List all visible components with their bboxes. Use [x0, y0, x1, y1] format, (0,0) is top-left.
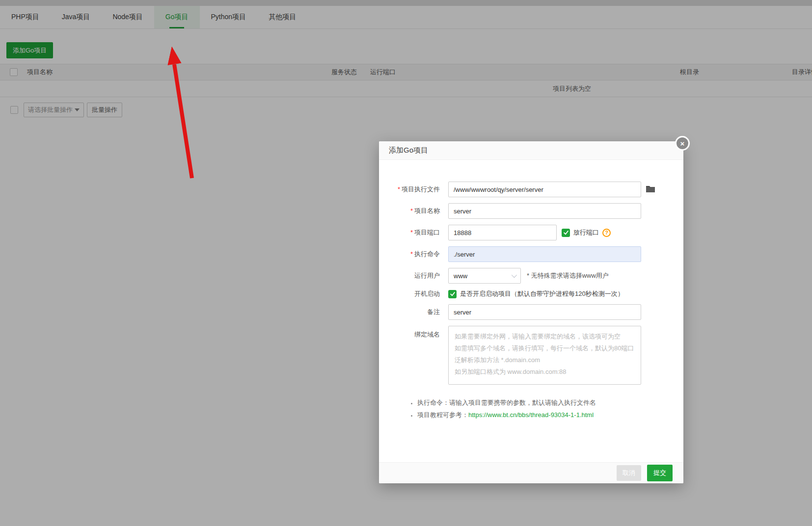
form-row-command: *执行命令 [379, 246, 683, 262]
bind-domain-label: 绑定域名 [414, 331, 440, 338]
dialog-notes: 执行命令：请输入项目需要携带的参数，默认请输入执行文件名 项目教程可参考：htt… [379, 398, 683, 420]
command-label: 执行命令 [414, 250, 440, 258]
form-row-name: *项目名称 [379, 203, 683, 219]
run-user-hint: * 无特殊需求请选择www用户 [527, 271, 609, 280]
add-go-project-dialog: × 添加Go项目 *项目执行文件 *项目名称 *项目端口 [379, 141, 683, 483]
submit-button[interactable]: 提交 [647, 465, 673, 481]
port-label: 项目端口 [414, 229, 440, 236]
required-mark: * [410, 207, 413, 214]
tutorial-link[interactable]: https://www.bt.cn/bbs/thread-93034-1-1.h… [468, 411, 594, 419]
form-row-domain: 绑定域名 [379, 326, 683, 385]
required-mark: * [398, 185, 400, 193]
form-row-exec-file: *项目执行文件 [379, 182, 683, 197]
autostart-label: 开机启动 [414, 290, 440, 297]
form-row-autostart: 开机启动 是否开启启动项目（默认自带守护进程每120秒检测一次） [379, 289, 683, 298]
help-icon[interactable]: ? [602, 229, 611, 237]
form-row-run-user: 运行用户 www * 无特殊需求请选择www用户 [379, 268, 683, 284]
required-mark: * [410, 250, 413, 258]
bind-domain-textarea[interactable] [448, 326, 641, 385]
cancel-button[interactable]: 取消 [617, 465, 641, 481]
release-port-label: 放行端口 [573, 228, 599, 237]
dialog-body: *项目执行文件 *项目名称 *项目端口 [379, 160, 683, 420]
dialog-footer: 取消 提交 [379, 462, 683, 483]
folder-icon [646, 185, 655, 194]
run-user-select[interactable]: www [448, 268, 521, 284]
remark-label: 备注 [427, 308, 440, 316]
project-name-input[interactable] [448, 203, 641, 219]
required-mark: * [410, 229, 413, 236]
remark-input[interactable] [448, 304, 641, 320]
project-port-input[interactable] [448, 225, 557, 240]
note-tutorial: 项目教程可参考：https://www.bt.cn/bbs/thread-930… [417, 410, 683, 420]
run-user-label: 运行用户 [414, 272, 440, 279]
form-row-remark: 备注 [379, 304, 683, 320]
run-user-value: www [454, 272, 467, 280]
exec-command-input[interactable] [448, 246, 641, 262]
exec-file-label: 项目执行文件 [402, 185, 440, 193]
autostart-checkbox[interactable] [448, 290, 457, 298]
dialog-title: 添加Go项目 [379, 141, 683, 160]
close-icon[interactable]: × [675, 136, 690, 151]
chevron-down-icon [512, 272, 517, 278]
note-command: 执行命令：请输入项目需要携带的参数，默认请输入执行文件名 [417, 398, 683, 408]
browse-file-button[interactable] [646, 185, 655, 194]
exec-file-input[interactable] [448, 182, 641, 197]
autostart-checkbox-label: 是否开启启动项目（默认自带守护进程每120秒检测一次） [460, 289, 624, 298]
form-row-port: *项目端口 放行端口 ? [379, 225, 683, 240]
name-label: 项目名称 [414, 207, 440, 214]
release-port-checkbox[interactable] [562, 229, 570, 237]
